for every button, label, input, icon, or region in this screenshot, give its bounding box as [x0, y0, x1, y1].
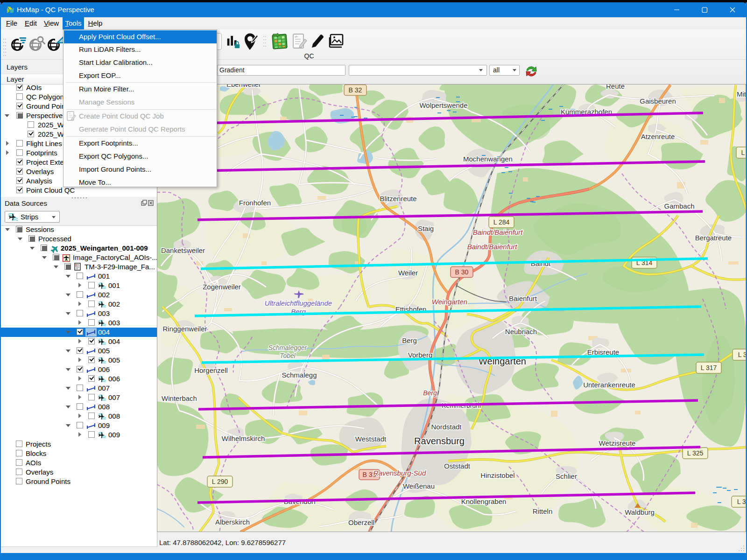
svg-text:B 30: B 30	[455, 268, 469, 276]
svg-text:Staig: Staig	[418, 224, 434, 232]
svg-text:Oststadt: Oststadt	[444, 462, 471, 470]
svg-text:Ritteln: Ritteln	[533, 507, 553, 515]
svg-text:Wilhelmskirch: Wilhelmskirch	[222, 434, 265, 442]
svg-text:Tobel: Tobel	[280, 352, 296, 359]
svg-text:Reute: Reute	[606, 84, 625, 90]
svg-text:Knollengraben: Knollengraben	[461, 497, 507, 505]
svg-text:Mochenwangen: Mochenwangen	[463, 155, 513, 163]
svg-text:Ravensburg: Ravensburg	[414, 436, 465, 446]
svg-text:Ravensburg-Süd: Ravensburg-Süd	[374, 469, 426, 477]
svg-text:Horgenzell: Horgenzell	[194, 366, 228, 374]
svg-text:Danketsweiler: Danketsweiler	[161, 246, 205, 254]
svg-text:Berg: Berg	[402, 336, 417, 344]
svg-text:B 32: B 32	[349, 86, 362, 94]
svg-text:Vorberg: Vorberg	[408, 351, 433, 359]
svg-text:L 290: L 290	[212, 478, 228, 485]
svg-text:Wolpertswende: Wolpertswende	[419, 101, 467, 109]
svg-text:Nordstadt: Nordstadt	[431, 423, 462, 431]
svg-text:Baienfurt: Baienfurt	[509, 294, 537, 302]
svg-text:Gaisbeuren: Gaisbeuren	[640, 97, 676, 105]
svg-text:Zogenweiler: Zogenweiler	[203, 283, 241, 291]
svg-text:Waldburg: Waldburg	[625, 508, 655, 516]
svg-text:Blitzenreute: Blitzenreute	[380, 195, 416, 203]
svg-text:Weststadt: Weststadt	[355, 435, 387, 443]
svg-text:L 325: L 325	[687, 449, 704, 457]
svg-text:Ringgenweiler: Ringgenweiler	[162, 325, 207, 333]
svg-text:L 317: L 317	[701, 364, 717, 371]
svg-text:Fronhofen: Fronhofen	[239, 199, 271, 207]
svg-text:Berg: Berg	[423, 389, 437, 397]
svg-text:Neubriach: Neubriach	[505, 328, 537, 336]
svg-text:Unterankenreute: Unterankenreute	[583, 381, 635, 389]
svg-text:Schmalegg: Schmalegg	[282, 371, 317, 379]
svg-text:Alberskirch: Alberskirch	[215, 518, 250, 526]
svg-text:Weißenau: Weißenau	[403, 482, 435, 490]
svg-text:L 31: L 31	[738, 351, 746, 358]
svg-text:Wetzisreute: Wetzisreute	[599, 439, 636, 447]
svg-text:L 3: L 3	[741, 149, 746, 156]
svg-text:Baindt/Baienfurt: Baindt/Baienfurt	[473, 228, 523, 236]
svg-text:L 32: L 32	[737, 498, 746, 505]
svg-text:Winterbach: Winterbach	[162, 394, 197, 402]
svg-text:Mitt: Mitt	[737, 90, 746, 98]
svg-text:Ebenweiler: Ebenweiler	[226, 84, 261, 88]
svg-text:Schmalegger: Schmalegger	[268, 344, 308, 351]
svg-text:Ultraleichtfluggelände: Ultraleichtfluggelände	[265, 299, 332, 307]
svg-text:Hinzistobel: Hinzistobel	[480, 471, 514, 479]
svg-text:Bergatreute: Bergatreute	[695, 234, 732, 242]
svg-text:L 284: L 284	[493, 218, 510, 226]
svg-text:Weiler: Weiler	[398, 269, 418, 277]
svg-text:Weingarten: Weingarten	[432, 298, 467, 306]
svg-text:Schlier: Schlier	[556, 472, 577, 480]
svg-text:Baindt/Baienfurt: Baindt/Baienfurt	[467, 243, 518, 251]
svg-text:Gambach: Gambach	[664, 202, 694, 210]
svg-text:Oberzell: Oberzell	[348, 518, 374, 526]
svg-text:Atzenreute: Atzenreute	[641, 133, 675, 140]
